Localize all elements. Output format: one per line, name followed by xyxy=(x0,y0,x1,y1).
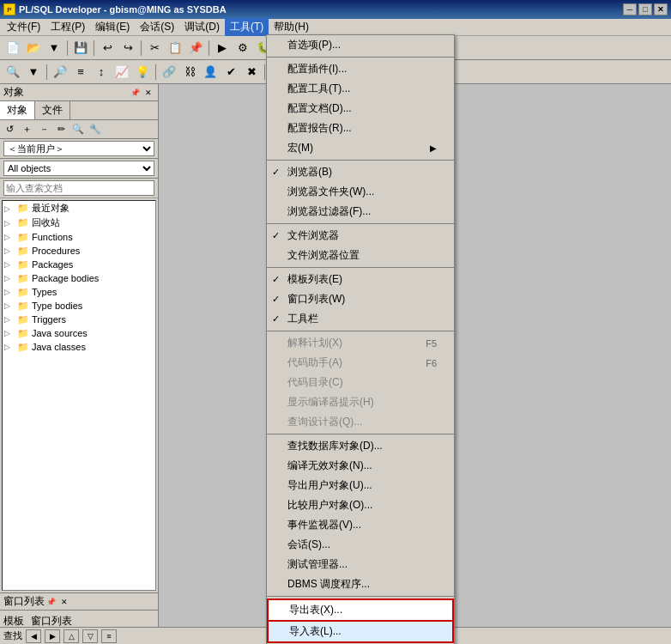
copy-button[interactable]: 📋 xyxy=(166,39,184,58)
sort-btn[interactable]: ↕ xyxy=(92,63,111,82)
arrow-javacls: ▷ xyxy=(4,343,16,351)
tree-item-javacls[interactable]: ▷ 📁 Java classes xyxy=(3,340,155,354)
status-down-btn[interactable]: ▽ xyxy=(82,629,98,643)
menu-browser[interactable]: ✓ 浏览器(B) xyxy=(267,162,454,182)
menu-find-db-objects[interactable]: 查找数据库对象(D)... xyxy=(267,436,454,456)
menu-browser-folder[interactable]: 浏览器文件夹(W)... xyxy=(267,182,454,202)
menu-configure-docs[interactable]: 配置文档(D)... xyxy=(267,99,454,118)
tree-item-packages[interactable]: ▷ 📁 Packages xyxy=(3,258,155,271)
menu-file-browser[interactable]: ✓ 文件浏览器 xyxy=(267,226,454,246)
menu-edit[interactable]: 编辑(E) xyxy=(90,18,135,36)
obj-minus-btn[interactable]: － xyxy=(36,122,51,137)
sep-5 xyxy=(267,331,454,331)
tab-objects[interactable]: 对象 xyxy=(0,101,35,119)
tree-item-triggers[interactable]: ▷ 📁 Triggers xyxy=(3,313,155,326)
obj-filter-btn[interactable]: 🔧 xyxy=(88,122,103,137)
search-btn[interactable]: 🔍 xyxy=(3,63,22,82)
dropdown-btn[interactable]: ▼ xyxy=(45,39,63,58)
menu-show-compiler-hints[interactable]: 显示编译器提示(H) xyxy=(267,392,454,412)
menu-compare-user-objects[interactable]: 比较用户对象(O)... xyxy=(267,495,454,515)
search-input[interactable] xyxy=(3,180,154,196)
menu-window-list[interactable]: ✓ 窗口列表(W) xyxy=(267,289,454,309)
menu-test-manager[interactable]: 测试管理器... xyxy=(267,555,454,574)
menu-explain-plan[interactable]: 解释计划(X) F5 xyxy=(267,333,454,353)
menu-browser-label: 浏览器(B) xyxy=(287,165,332,179)
tree-item-types[interactable]: ▷ 📁 Types xyxy=(3,285,155,299)
template-check: ✓ xyxy=(272,274,280,285)
menu-browser-filter[interactable]: 浏览器过滤器(F)... xyxy=(267,202,454,222)
tree-item-recent[interactable]: ▷ 📁 最近对象 xyxy=(3,201,155,216)
menu-import-table[interactable]: 导入表(L)... xyxy=(267,621,454,643)
compile-button[interactable]: ⚙ xyxy=(233,39,252,58)
menu-query-designer[interactable]: 查询设计器(Q)... xyxy=(267,412,454,432)
menu-browser-filter-label: 浏览器过滤器(F)... xyxy=(287,204,371,219)
undo-button[interactable]: ↩ xyxy=(98,39,117,58)
panel-pin-icon[interactable]: 📌 xyxy=(129,87,141,99)
save-button[interactable]: 💾 xyxy=(71,39,90,58)
user-dropdown[interactable]: ＜当前用户＞ xyxy=(3,141,154,156)
objects-dropdown[interactable]: All objects xyxy=(3,161,154,176)
menu-configure-plugin[interactable]: 配置插件(I)... xyxy=(267,59,454,79)
bottom-panel-close[interactable]: ✕ xyxy=(58,596,70,608)
menu-code-assistant[interactable]: 代码助手(A) F6 xyxy=(267,353,454,373)
disconnect-btn[interactable]: ⛓ xyxy=(180,63,199,82)
rollback-btn[interactable]: ✖ xyxy=(242,63,261,82)
cut-button[interactable]: ✂ xyxy=(145,39,164,58)
tree-item-javasrc[interactable]: ▷ 📁 Java sources xyxy=(3,326,155,340)
menu-help[interactable]: 帮助(H) xyxy=(269,18,314,36)
menu-template-list[interactable]: ✓ 模板列表(E) xyxy=(267,270,454,289)
tree-item-procedures[interactable]: ▷ 📁 Procedures xyxy=(3,244,155,258)
commit-btn[interactable]: ✔ xyxy=(221,63,240,82)
tree-item-recycle[interactable]: ▷ 📁 回收站 xyxy=(3,216,155,230)
menu-export-user-objects[interactable]: 导出用户对象(U)... xyxy=(267,476,454,495)
session-btn[interactable]: 👤 xyxy=(201,63,220,82)
tree-item-functions[interactable]: ▷ 📁 Functions xyxy=(3,230,155,244)
menu-macro[interactable]: 宏(M) ▶ xyxy=(267,138,454,158)
menu-event-monitor[interactable]: 事件监视器(V)... xyxy=(267,515,454,535)
redo-button[interactable]: ↪ xyxy=(118,39,137,58)
close-button[interactable]: ✕ xyxy=(654,3,668,15)
run-button[interactable]: ▶ xyxy=(213,39,232,58)
search-drop[interactable]: ▼ xyxy=(24,63,43,82)
menu-session[interactable]: 会话(S) xyxy=(135,18,179,36)
obj-refresh-btn[interactable]: ↺ xyxy=(2,122,17,137)
connect-btn[interactable]: 🔗 xyxy=(160,63,178,82)
tree-item-pkgbodies[interactable]: ▷ 📁 Package bodies xyxy=(3,271,155,285)
status-prev-btn[interactable]: ◀ xyxy=(26,629,41,643)
menu-export-table[interactable]: 导出表(X)... xyxy=(267,598,454,621)
bottom-panel-pin[interactable]: 📌 xyxy=(45,596,57,608)
status-up-btn[interactable]: △ xyxy=(63,629,79,643)
menu-file[interactable]: 文件(F) xyxy=(2,18,45,36)
menu-toolbar[interactable]: ✓ 工具栏 xyxy=(267,309,454,329)
tree-item-typebodies[interactable]: ▷ 📁 Type bodies xyxy=(3,299,155,313)
menu-compile-invalid[interactable]: 编译无效对象(N)... xyxy=(267,456,454,476)
sep-4 xyxy=(267,267,454,268)
maximize-button[interactable]: □ xyxy=(638,3,652,15)
filter-btn[interactable]: ≡ xyxy=(71,63,90,82)
tab-files[interactable]: 文件 xyxy=(35,101,70,119)
menu-template-list-label: 模板列表(E) xyxy=(287,272,342,287)
menu-project[interactable]: 工程(P) xyxy=(45,18,90,36)
open-button[interactable]: 📂 xyxy=(24,39,43,58)
new-button[interactable]: 📄 xyxy=(3,39,22,58)
menu-preferences[interactable]: 首选项(P)... xyxy=(267,35,454,55)
menu-configure-tools[interactable]: 配置工具(T)... xyxy=(267,79,454,99)
menu-dbms-scheduler[interactable]: DBMS 调度程序... xyxy=(267,574,454,594)
menu-debug[interactable]: 调试(D) xyxy=(179,18,225,36)
status-next-btn[interactable]: ▶ xyxy=(45,629,60,643)
plan-btn[interactable]: 📈 xyxy=(112,63,131,82)
obj-add-btn[interactable]: ＋ xyxy=(19,122,34,137)
status-menu-btn[interactable]: ≡ xyxy=(101,629,117,643)
zoom-btn[interactable]: 🔎 xyxy=(51,63,70,82)
minimize-button[interactable]: ─ xyxy=(623,3,637,15)
menu-tools[interactable]: 工具(T) xyxy=(225,18,269,36)
menu-session[interactable]: 会话(S)... xyxy=(267,535,454,555)
menu-code-contents[interactable]: 代码目录(C) xyxy=(267,373,454,392)
panel-close-icon[interactable]: ✕ xyxy=(142,87,154,99)
paste-button[interactable]: 📌 xyxy=(186,39,205,58)
obj-find-btn[interactable]: 🔍 xyxy=(70,122,86,137)
explain-btn[interactable]: 💡 xyxy=(133,63,152,82)
menu-file-browser-pos[interactable]: 文件浏览器位置 xyxy=(267,246,454,265)
obj-edit-btn[interactable]: ✏ xyxy=(53,122,69,137)
menu-configure-reports[interactable]: 配置报告(R)... xyxy=(267,118,454,138)
